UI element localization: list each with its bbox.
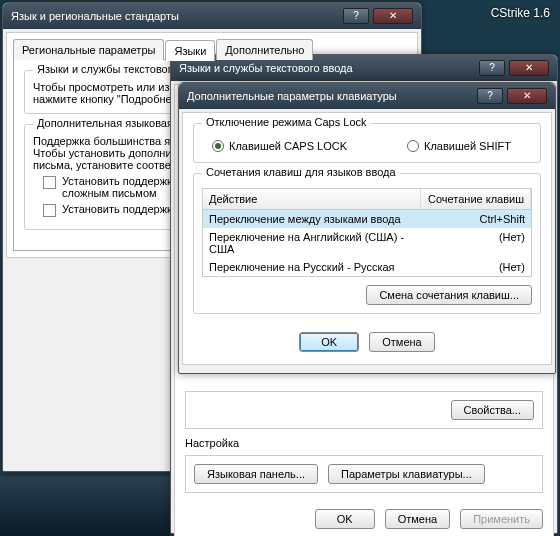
close-icon[interactable]: ✕ xyxy=(509,60,549,76)
window-advanced-keyboard: Дополнительные параметры клавиатуры ? ✕ … xyxy=(178,82,556,374)
list-item[interactable]: Переключение между языками ввода Ctrl+Sh… xyxy=(203,210,531,228)
help-icon[interactable]: ? xyxy=(477,88,503,104)
titlebar[interactable]: Дополнительные параметры клавиатуры ? ✕ xyxy=(179,83,555,109)
radio-icon xyxy=(212,140,224,152)
help-icon[interactable]: ? xyxy=(343,8,369,24)
titlebar[interactable]: Язык и региональные стандарты ? ✕ xyxy=(3,3,421,29)
taskbar-app[interactable]: CStrike 1.6 xyxy=(483,2,558,24)
window-title: Язык и региональные стандарты xyxy=(11,10,179,22)
section-settings: Настройка xyxy=(185,437,543,449)
tab-languages[interactable]: Языки xyxy=(165,40,215,61)
properties-button[interactable]: Свойства... xyxy=(451,400,534,420)
ok-button[interactable]: OK xyxy=(299,332,359,352)
checkbox-icon xyxy=(43,204,56,217)
group-hotkeys: Сочетания клавиш для языков ввода xyxy=(202,166,400,178)
close-icon[interactable]: ✕ xyxy=(373,8,413,24)
cancel-button[interactable]: Отмена xyxy=(369,332,434,352)
help-icon[interactable]: ? xyxy=(479,60,505,76)
close-icon[interactable]: ✕ xyxy=(507,88,547,104)
change-hotkey-button[interactable]: Смена сочетания клавиш... xyxy=(366,285,532,305)
radio-shift-key[interactable]: Клавишей SHIFT xyxy=(407,140,511,152)
col-action[interactable]: Действие xyxy=(203,189,421,209)
hotkey-list[interactable]: Действие Сочетание клавиш Переключение м… xyxy=(202,188,532,277)
cancel-button[interactable]: Отмена xyxy=(385,509,450,529)
tab-regional[interactable]: Региональные параметры xyxy=(13,39,164,60)
keyboard-params-button[interactable]: Параметры клавиатуры... xyxy=(328,464,485,484)
list-item[interactable]: Переключение на Английский (США) - США (… xyxy=(203,228,531,258)
radio-capslock-key[interactable]: Клавишей CAPS LOCK xyxy=(212,140,347,152)
apply-button[interactable]: Применить xyxy=(460,509,543,529)
tab-advanced[interactable]: Дополнительно xyxy=(216,39,313,60)
language-bar-button[interactable]: Языковая панель... xyxy=(194,464,318,484)
window-title: Языки и службы текстового ввода xyxy=(179,62,353,74)
window-title: Дополнительные параметры клавиатуры xyxy=(187,90,397,102)
radio-icon xyxy=(407,140,419,152)
col-combo[interactable]: Сочетание клавиш xyxy=(421,189,531,209)
list-item[interactable]: Переключение на Русский - Русская (Нет) xyxy=(203,258,531,276)
ok-button[interactable]: OK xyxy=(315,509,375,529)
group-capslock: Отключение режима Caps Lock xyxy=(202,116,371,128)
checkbox-icon xyxy=(43,176,56,189)
